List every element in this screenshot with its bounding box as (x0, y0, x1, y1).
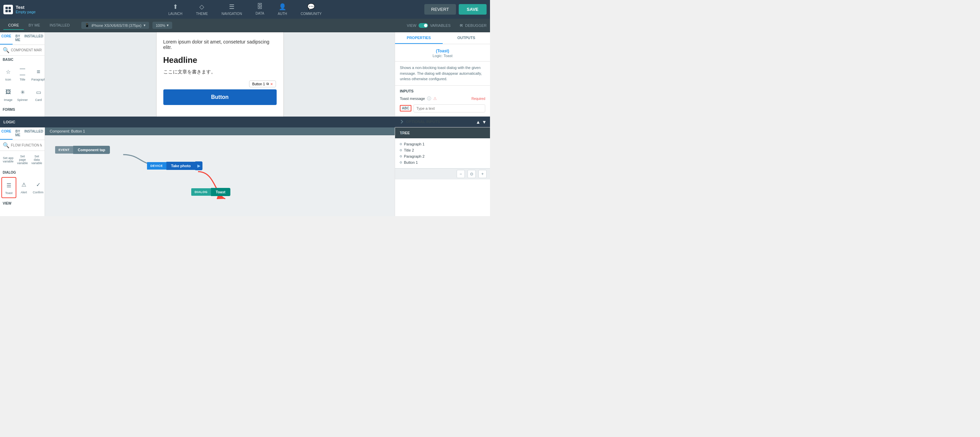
search-input[interactable] (11, 48, 42, 52)
phone-icon: 📱 (85, 23, 89, 27)
logic-tabs: CORE BY ME INSTALLED (0, 127, 45, 140)
confirm-component[interactable]: ✓ Confirm (31, 177, 45, 198)
info-icon: ⓘ (427, 96, 431, 101)
tab-by-me[interactable]: BY ME (24, 21, 45, 30)
sidebar-tab-installed[interactable]: INSTALLED (23, 32, 45, 44)
nav-launch[interactable]: ⬆ LAUNCH (162, 0, 189, 18)
top-nav: Test Empty page ⬆ LAUNCH ◇ THEME ☰ NAVIG… (0, 0, 490, 19)
dialog-components: ☰ Toast ⚠ Alert ✓ Confirm (0, 176, 45, 200)
zoom-selector[interactable]: 100% ▾ (153, 22, 172, 29)
zoom-fit-btn[interactable]: ⊙ (468, 170, 476, 178)
logic-search-input[interactable] (11, 143, 42, 147)
logo-icon (3, 5, 13, 14)
sidebar-tab-by-me[interactable]: BY ME (13, 32, 23, 44)
sidebar-tab-core[interactable]: CORE (0, 32, 13, 44)
nav-launch-label: LAUNCH (169, 12, 182, 16)
set-page-variable[interactable]: Set pagevariable (16, 152, 29, 167)
component-description: Shows a non-blocking toast dialog with t… (395, 62, 490, 86)
component-title[interactable]: —— Title (16, 64, 29, 84)
properties-tab[interactable]: PROPERTIES (395, 32, 443, 44)
nav-theme-label: THEME (196, 12, 208, 16)
zoom-out-btn[interactable]: − (457, 170, 465, 178)
button-name-text: Button 1 (252, 82, 265, 86)
zoom-in-btn[interactable]: + (479, 170, 487, 178)
toast-message-input[interactable] (414, 104, 485, 112)
svg-rect-1 (8, 7, 11, 9)
component-icon[interactable]: ☆ Icon (2, 64, 15, 84)
set-app-variable[interactable]: Set appvariable (2, 152, 15, 167)
set-data-variable[interactable]: Set datavariable (30, 152, 43, 167)
main-area: CORE BY ME INSTALLED 🔍 BASIC ☆ Icon —— T… (0, 32, 490, 117)
component-spinner-label: Spinner (17, 98, 27, 101)
save-button[interactable]: SAVE (459, 4, 487, 14)
arrow-down-icon[interactable]: ▼ (482, 119, 487, 125)
device-node[interactable]: DEVICE Take photo ▶ (147, 162, 202, 170)
canvas-button[interactable]: Button (163, 89, 277, 105)
tree-item-paragraph2[interactable]: Paragraph 2 (400, 153, 485, 159)
search-icon: 🔍 (3, 47, 10, 53)
nav-auth-label: AUTH (278, 12, 287, 16)
right-tabs: PROPERTIES OUTPUTS (395, 32, 490, 44)
japanese-text: ここに文章を書きます。 (163, 69, 277, 75)
alert-label: Alert (21, 191, 27, 194)
nav-navigation[interactable]: ☰ NAVIGATION (215, 0, 249, 18)
navigation-icon: ☰ (229, 3, 234, 11)
type-badge: ABC (400, 105, 411, 111)
tree-item-button1[interactable]: Button 1 (400, 159, 485, 165)
toast-component[interactable]: ☰ Toast (2, 177, 16, 198)
sidebar-tabs: CORE BY ME INSTALLED (0, 32, 45, 45)
arrow-up-icon[interactable]: ▲ (476, 119, 480, 125)
tree-items: Paragraph 1 Title 2 Paragraph 2 Button 1 (395, 138, 490, 168)
app-title: Test (16, 5, 36, 10)
right-tree-panel: TREE Paragraph 1 Title 2 Paragraph 2 But… (395, 127, 490, 216)
revert-button[interactable]: REVERT (424, 4, 456, 14)
paragraph-component-icon: ≡ (33, 67, 44, 76)
debugger-button[interactable]: 🛠 DEBUGGER (460, 24, 487, 27)
connector-svg (45, 127, 395, 216)
outputs-tab[interactable]: OUTPUTS (443, 32, 490, 44)
logic-tab-by-me[interactable]: BY ME (13, 127, 23, 140)
auth-icon: 👤 (279, 3, 286, 11)
logic-tab-core[interactable]: CORE (0, 127, 13, 140)
component-paragraph[interactable]: ≡ Paragraph (30, 64, 45, 84)
component-paragraph-label: Paragraph (31, 78, 45, 81)
logic-var-components: Set appvariable Set pagevariable Set dat… (0, 151, 45, 169)
nav-theme[interactable]: ◇ THEME (189, 0, 215, 18)
logic-tab-installed[interactable]: INSTALLED (23, 127, 45, 140)
tab-installed[interactable]: INSTALLED (45, 21, 75, 30)
alert-component[interactable]: ⚠ Alert (17, 177, 30, 198)
device-selector[interactable]: 📱 iPhone XS/X/6/6S/7/8 (375px) ▾ (81, 22, 149, 29)
logic-search[interactable]: 🔍 (0, 140, 45, 151)
nav-data[interactable]: 🗄 DATA (249, 0, 271, 18)
tree-item-title2[interactable]: Title 2 (400, 147, 485, 153)
component-search[interactable]: 🔍 (0, 45, 45, 56)
component-card[interactable]: ▭ Card (30, 85, 45, 104)
component-spinner[interactable]: ✳ Spinner (16, 85, 29, 104)
component-name-link[interactable]: (Toast) (436, 49, 449, 53)
logic-search-icon: 🔍 (3, 142, 10, 149)
toast-icon: ☰ (3, 180, 14, 190)
event-node[interactable]: EVENT Component tap (55, 146, 110, 154)
nav-auth[interactable]: 👤 AUTH (271, 0, 294, 18)
component-image[interactable]: 🖼 Image (2, 85, 15, 104)
right-sidebar: PROPERTIES OUTPUTS (Toast) Logic: Toast … (395, 32, 490, 117)
image-component-icon: 🖼 (3, 87, 14, 97)
set-app-var-icon: Set appvariable (3, 155, 14, 165)
logic-left-sidebar: CORE BY ME INSTALLED 🔍 Set appvariable S… (0, 127, 45, 216)
component-title-label: Title (20, 78, 25, 81)
toggle-switch[interactable] (418, 23, 428, 28)
spinner-component-icon: ✳ (17, 87, 28, 97)
top-nav-right: REVERT SAVE (424, 4, 487, 14)
tree-paragraph1-label: Paragraph 1 (404, 142, 425, 146)
debugger-icon: 🛠 (460, 24, 463, 27)
tree-title2-label: Title 2 (404, 148, 414, 152)
tree-dot-paragraph2 (400, 155, 402, 157)
bottom-toolbar: − ⊙ + (395, 168, 490, 179)
view-label: VIEW (407, 24, 417, 27)
tree-item-paragraph1[interactable]: Paragraph 1 (400, 141, 485, 147)
tab-core[interactable]: CORE (3, 21, 24, 30)
nav-community[interactable]: 💬 COMMUNITY (294, 0, 329, 18)
svg-rect-2 (5, 10, 8, 12)
dialog-node[interactable]: ⧉ ✕ DIALOG Toast (191, 188, 231, 196)
inputs-section: INPUTS Toast message ⓘ ⚠ Required ABC (395, 86, 490, 116)
